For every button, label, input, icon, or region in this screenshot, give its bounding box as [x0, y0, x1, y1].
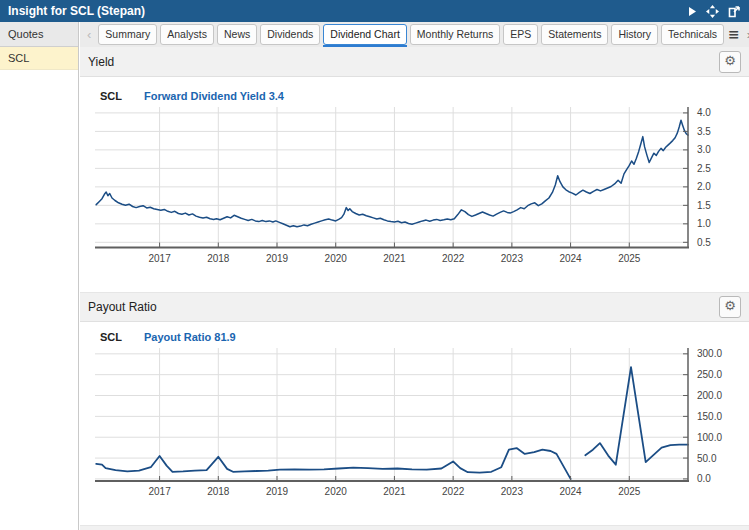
tabs-scroll-right-icon[interactable]: › [744, 22, 749, 47]
expand-icon[interactable] [706, 5, 719, 18]
svg-text:50.0: 50.0 [697, 453, 717, 464]
tab-monthly-returns[interactable]: Monthly Returns [410, 24, 500, 45]
tab-news[interactable]: News [217, 24, 257, 45]
play-icon[interactable] [687, 6, 697, 17]
svg-text:100.0: 100.0 [697, 432, 722, 443]
yield-section-header: Yield ⚙ [80, 47, 749, 77]
payout-section-header: Payout Ratio ⚙ [80, 292, 749, 322]
svg-text:2023: 2023 [501, 253, 524, 264]
tab-statements[interactable]: Statements [541, 24, 608, 45]
svg-text:1.5: 1.5 [697, 200, 711, 211]
gear-icon[interactable]: ⚙ [719, 51, 741, 73]
yield-chart-plot: 2017201820192020202120222023202420254.03… [80, 100, 749, 274]
svg-text:3.5: 3.5 [697, 126, 711, 137]
tabs-scroll-left-icon[interactable]: ‹ [84, 22, 94, 47]
window-titlebar: Insight for SCL (Stepan) [0, 0, 749, 22]
svg-text:2017: 2017 [148, 486, 171, 497]
payout-chart-plot: 201720182019202020212022202320242025300.… [80, 340, 749, 504]
tab-technicals[interactable]: Technicals [661, 24, 724, 45]
popout-icon[interactable] [728, 5, 741, 18]
svg-text:2024: 2024 [559, 486, 582, 497]
svg-text:150.0: 150.0 [697, 411, 722, 422]
svg-text:0.5: 0.5 [697, 237, 711, 248]
sidebar-header: Quotes [0, 22, 78, 47]
svg-text:2022: 2022 [442, 253, 465, 264]
svg-text:2018: 2018 [207, 486, 230, 497]
svg-text:4.0: 4.0 [697, 107, 711, 118]
content-area: Yield ⚙ SCLForward Dividend Yield 3.4 20… [80, 47, 749, 530]
svg-text:2023: 2023 [501, 486, 524, 497]
svg-text:2020: 2020 [325, 486, 348, 497]
svg-text:2025: 2025 [618, 253, 641, 264]
next-section-header [80, 525, 749, 530]
svg-text:1.0: 1.0 [697, 218, 711, 229]
payout-section-title: Payout Ratio [88, 300, 157, 314]
svg-text:2020: 2020 [325, 253, 348, 264]
window-title: Insight for SCL (Stepan) [8, 4, 145, 18]
svg-text:2021: 2021 [383, 253, 406, 264]
sidebar-item-scl[interactable]: SCL [0, 47, 78, 70]
sidebar-list: SCL [0, 47, 78, 70]
yield-section-title: Yield [88, 55, 114, 69]
svg-text:250.0: 250.0 [697, 369, 722, 380]
svg-text:2017: 2017 [148, 253, 171, 264]
tab-eps[interactable]: EPS [503, 24, 538, 45]
svg-text:2019: 2019 [266, 253, 289, 264]
svg-text:200.0: 200.0 [697, 390, 722, 401]
svg-text:2019: 2019 [266, 486, 289, 497]
tab-history[interactable]: History [611, 24, 658, 45]
tabs-container: SummaryAnalystsNewsDividendsDividend Cha… [98, 24, 724, 45]
svg-text:2022: 2022 [442, 486, 465, 497]
svg-text:2025: 2025 [618, 486, 641, 497]
gear-icon[interactable]: ⚙ [719, 296, 741, 318]
svg-text:2.0: 2.0 [697, 181, 711, 192]
svg-text:0.0: 0.0 [697, 473, 711, 484]
tabbar: ‹ SummaryAnalystsNewsDividendsDividend C… [80, 22, 749, 47]
tab-summary[interactable]: Summary [98, 24, 157, 45]
tabs-menu-icon[interactable]: ≡ [724, 22, 744, 47]
tab-analysts[interactable]: Analysts [160, 24, 214, 45]
tab-dividends[interactable]: Dividends [260, 24, 320, 45]
svg-text:2021: 2021 [383, 486, 406, 497]
svg-text:2018: 2018 [207, 253, 230, 264]
svg-text:3.0: 3.0 [697, 144, 711, 155]
tab-dividend-chart[interactable]: Dividend Chart [323, 24, 406, 45]
quotes-sidebar: Quotes SCL [0, 22, 79, 530]
svg-text:2024: 2024 [559, 253, 582, 264]
svg-text:2.5: 2.5 [697, 163, 711, 174]
svg-text:300.0: 300.0 [697, 348, 722, 359]
